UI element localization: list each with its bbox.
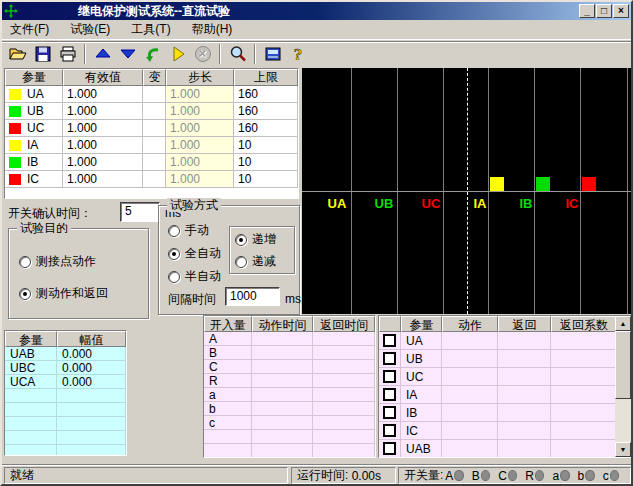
step-down-icon[interactable] bbox=[115, 43, 140, 65]
input-label: C bbox=[204, 360, 252, 374]
radio-icon bbox=[235, 256, 247, 268]
table-row: UA bbox=[379, 332, 631, 350]
vary-cell[interactable] bbox=[143, 103, 166, 120]
value-cell[interactable]: 1.000 bbox=[63, 171, 143, 188]
interval-input[interactable]: 1000 bbox=[225, 287, 280, 306]
input-label: a bbox=[204, 388, 252, 402]
radio-decrement[interactable]: 递减 bbox=[235, 253, 276, 270]
open-file-icon[interactable] bbox=[5, 43, 30, 65]
step-up-icon[interactable] bbox=[90, 43, 115, 65]
radio-full-auto[interactable]: 全自动 bbox=[168, 245, 221, 262]
param-label: IA bbox=[401, 386, 442, 404]
app-window: 继电保护测试系统--直流试验 _ □ × 文件(F) 试验(E) 工具(T) 帮… bbox=[0, 0, 633, 486]
runtime-label: 运行时间: bbox=[297, 467, 348, 484]
save-icon[interactable] bbox=[30, 43, 55, 65]
param-label: IB bbox=[27, 154, 38, 170]
vary-cell[interactable] bbox=[143, 154, 166, 171]
toolbar: ? bbox=[2, 41, 631, 66]
reset-icon[interactable] bbox=[140, 43, 165, 65]
menu-file[interactable]: 文件(F) bbox=[2, 19, 57, 40]
status-bar: 就绪 运行时间: 0.00s 开关量: A B C R a b c bbox=[2, 464, 631, 484]
vary-cell[interactable] bbox=[143, 171, 166, 188]
col-header-check bbox=[379, 316, 401, 332]
value-cell[interactable]: 1.000 bbox=[63, 154, 143, 171]
table-row: IB bbox=[379, 404, 631, 422]
menu-tools[interactable]: 工具(T) bbox=[123, 19, 178, 40]
limit-cell[interactable]: 10 bbox=[234, 171, 298, 188]
menu-help[interactable]: 帮助(H) bbox=[184, 19, 241, 40]
toolbar-separator bbox=[84, 44, 86, 64]
value-cell[interactable]: 1.000 bbox=[63, 137, 143, 154]
direction-group: 递增 递减 bbox=[229, 226, 295, 274]
menu-test[interactable]: 试验(E) bbox=[62, 19, 118, 40]
switch-name: C bbox=[498, 469, 507, 483]
close-button[interactable]: × bbox=[613, 4, 629, 18]
limit-cell[interactable]: 160 bbox=[234, 86, 298, 103]
color-swatch bbox=[9, 140, 21, 151]
zoom-icon[interactable] bbox=[225, 43, 250, 65]
step-cell[interactable]: 1.000 bbox=[166, 154, 234, 171]
interval-unit: ms bbox=[285, 292, 301, 306]
value-cell[interactable]: 1.000 bbox=[63, 103, 143, 120]
row-checkbox[interactable] bbox=[383, 370, 396, 383]
row-checkbox[interactable] bbox=[383, 424, 396, 437]
empty-row bbox=[204, 444, 375, 458]
limit-cell[interactable]: 10 bbox=[234, 137, 298, 154]
switch-name: R bbox=[525, 469, 534, 483]
parameter-table: 参量 有效值 变 步长 上限 UA 1.000 1.000 160 UB 1.0… bbox=[4, 68, 299, 199]
step-cell[interactable]: 1.000 bbox=[166, 120, 234, 137]
confirm-time-input[interactable]: 5 bbox=[120, 202, 160, 222]
row-checkbox[interactable] bbox=[383, 442, 396, 455]
step-cell[interactable]: 1.000 bbox=[166, 137, 234, 154]
print-icon[interactable] bbox=[55, 43, 80, 65]
row-checkbox[interactable] bbox=[383, 352, 396, 365]
table-row: UBC 0.000 bbox=[5, 361, 126, 375]
col-header-param: 参量 bbox=[5, 69, 63, 86]
row-checkbox[interactable] bbox=[383, 406, 396, 419]
table-row: UB bbox=[379, 350, 631, 368]
limit-cell[interactable]: 160 bbox=[234, 120, 298, 137]
limit-cell[interactable]: 10 bbox=[234, 154, 298, 171]
switch-label: 开关量: bbox=[404, 467, 443, 484]
minimize-button[interactable]: _ bbox=[579, 4, 595, 18]
help-icon[interactable]: ? bbox=[285, 43, 310, 65]
col-header-value: 有效值 bbox=[63, 69, 143, 86]
vary-cell[interactable] bbox=[143, 137, 166, 154]
row-checkbox[interactable] bbox=[383, 334, 396, 347]
scrollbar-thumb[interactable] bbox=[615, 331, 631, 399]
radio-test-contact-action[interactable]: 测接点动作 bbox=[19, 253, 96, 270]
radio-manual[interactable]: 手动 bbox=[168, 222, 209, 239]
table-row: UCA 0.000 bbox=[5, 375, 126, 389]
vertical-scrollbar[interactable]: ▲ ▼ bbox=[615, 316, 631, 457]
table-row: IB 1.000 1.000 10 bbox=[5, 154, 298, 171]
maximize-button[interactable]: □ bbox=[596, 4, 612, 18]
start-icon[interactable] bbox=[165, 43, 190, 65]
radio-increment[interactable]: 递增 bbox=[235, 231, 276, 248]
switch-state-icon bbox=[508, 470, 517, 481]
channel-label: UA bbox=[324, 196, 350, 211]
scroll-down-icon[interactable]: ▼ bbox=[615, 442, 631, 457]
step-cell[interactable]: 1.000 bbox=[166, 86, 234, 103]
runtime-panel: 运行时间: 0.00s bbox=[291, 467, 396, 484]
table-header-row: 参量 有效值 变 步长 上限 bbox=[5, 69, 298, 86]
step-cell[interactable]: 1.000 bbox=[166, 103, 234, 120]
row-checkbox[interactable] bbox=[383, 388, 396, 401]
vary-cell[interactable] bbox=[143, 120, 166, 137]
color-swatch bbox=[9, 89, 21, 100]
radio-semi-auto[interactable]: 半自动 bbox=[168, 268, 221, 285]
vary-cell[interactable] bbox=[143, 86, 166, 103]
limit-cell[interactable]: 160 bbox=[234, 103, 298, 120]
switch-input-table: 开入量 动作时间 返回时间 A B C R a b c bbox=[203, 315, 376, 458]
value-cell[interactable]: 1.000 bbox=[63, 86, 143, 103]
value-cell[interactable]: 1.000 bbox=[63, 120, 143, 137]
input-label: R bbox=[204, 374, 252, 388]
param-label: IA bbox=[27, 137, 38, 153]
stop-icon bbox=[190, 43, 215, 65]
group-title: 试验方式 bbox=[167, 198, 221, 212]
calculator-icon[interactable] bbox=[260, 43, 285, 65]
radio-test-action-return[interactable]: 测动作和返回 bbox=[19, 285, 108, 302]
scroll-up-icon[interactable]: ▲ bbox=[615, 316, 631, 331]
step-cell[interactable]: 1.000 bbox=[166, 171, 234, 188]
table-header-row: 开入量 动作时间 返回时间 bbox=[204, 316, 375, 332]
empty-row bbox=[204, 430, 375, 444]
